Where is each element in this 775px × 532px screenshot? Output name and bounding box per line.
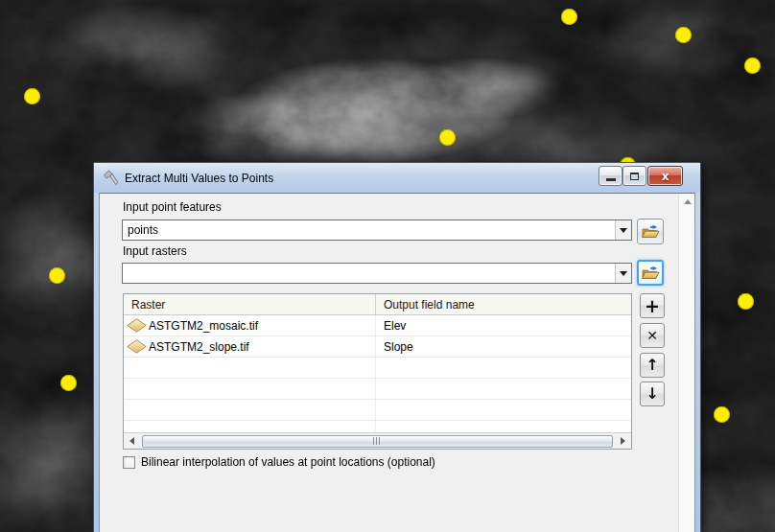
point-feature <box>675 27 692 43</box>
bilinear-checkbox-label: Bilinear interpolation of values at poin… <box>141 455 435 469</box>
dialog-vertical-scrollbar[interactable] <box>678 194 694 532</box>
screen: Extract Multi Values to Points x Input p… <box>0 0 775 532</box>
scroll-up-button[interactable] <box>680 195 694 209</box>
dialog-titlebar[interactable]: Extract Multi Values to Points x <box>94 163 700 193</box>
arrow-up-icon: ↑ <box>646 358 658 373</box>
point-feature <box>738 293 754 310</box>
open-folder-icon <box>641 266 660 281</box>
point-feature <box>561 9 577 25</box>
open-folder-icon <box>641 224 660 240</box>
scrollbar-grip-icon <box>373 437 382 445</box>
maximize-icon <box>630 173 639 180</box>
table-empty-row[interactable] <box>124 400 631 421</box>
point-feature <box>714 406 730 423</box>
chevron-down-icon <box>620 228 627 233</box>
point-feature <box>60 375 77 391</box>
scroll-left-icon <box>129 437 134 445</box>
output-field-name: Slope <box>384 340 413 354</box>
minimize-button[interactable] <box>599 166 622 186</box>
output-field-name: Elev <box>384 319 406 333</box>
column-header-raster[interactable]: Raster <box>124 294 376 314</box>
move-up-button[interactable]: ↑ <box>640 353 665 378</box>
arrow-down-icon: ↓ <box>646 386 658 402</box>
raster-layer-icon <box>127 339 147 354</box>
chevron-down-icon <box>620 271 627 276</box>
input-point-features-combo[interactable]: points <box>122 220 632 241</box>
column-header-output-field[interactable]: Output field name <box>376 294 631 314</box>
browse-rasters-button[interactable] <box>637 260 664 286</box>
point-feature <box>439 129 456 146</box>
input-rasters-dropdown-button[interactable] <box>615 264 631 283</box>
dialog-client-area: Input point features points <box>99 193 695 532</box>
point-feature <box>24 88 40 104</box>
bilinear-checkbox[interactable] <box>123 456 135 469</box>
hammer-tool-icon <box>103 170 119 186</box>
table-row[interactable]: ASTGTM2_mosaic.tif Elev <box>124 315 631 336</box>
table-empty-row[interactable] <box>124 379 631 400</box>
add-raster-button[interactable]: + <box>640 293 665 318</box>
input-point-features-dropdown-button[interactable] <box>615 220 631 240</box>
input-rasters-label: Input rasters <box>123 244 187 258</box>
close-button[interactable]: x <box>647 166 683 186</box>
x-icon: ✕ <box>646 329 658 342</box>
extract-multi-values-dialog: Extract Multi Values to Points x Input p… <box>93 162 701 532</box>
raster-name: ASTGTM2_slope.tif <box>149 340 249 354</box>
remove-raster-button[interactable]: ✕ <box>640 323 665 348</box>
browse-point-features-button[interactable] <box>637 219 664 244</box>
table-row[interactable]: ASTGTM2_slope.tif Slope <box>124 336 631 358</box>
raster-table-header: Raster Output field name <box>124 294 631 315</box>
scroll-right-button[interactable] <box>615 433 631 449</box>
point-feature <box>49 267 65 284</box>
raster-layer-icon <box>127 318 147 333</box>
dialog-form-pane: Input point features points <box>100 194 678 532</box>
point-feature <box>744 58 761 74</box>
input-rasters-combo[interactable] <box>122 263 632 284</box>
raster-name: ASTGTM2_mosaic.tif <box>149 319 258 333</box>
move-down-button[interactable]: ↓ <box>640 382 665 406</box>
dialog-title: Extract Multi Values to Points <box>125 172 273 185</box>
input-point-features-label: Input point features <box>123 200 222 214</box>
scroll-up-icon <box>684 199 692 204</box>
scroll-right-icon <box>621 437 625 445</box>
input-point-features-value: points <box>123 223 615 237</box>
scroll-left-button[interactable] <box>124 433 140 449</box>
table-empty-row[interactable] <box>124 358 631 379</box>
raster-table: Raster Output field name <box>123 293 632 450</box>
maximize-button[interactable] <box>622 166 646 186</box>
minimize-icon <box>606 178 616 181</box>
close-icon: x <box>662 171 669 182</box>
bilinear-option-row: Bilinear interpolation of values at poin… <box>123 455 435 469</box>
scrollbar-thumb[interactable] <box>142 435 613 448</box>
plus-icon: + <box>645 297 660 315</box>
table-horizontal-scrollbar[interactable] <box>124 432 631 449</box>
